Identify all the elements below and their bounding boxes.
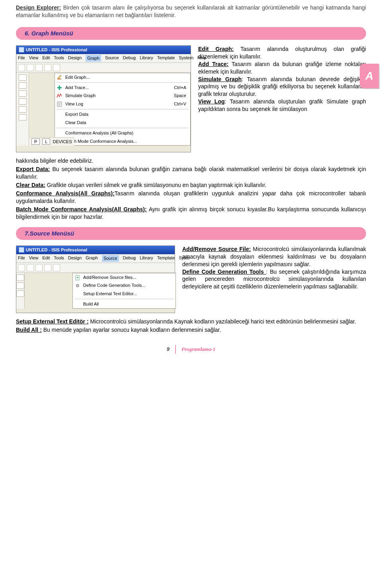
palette-wire-icon[interactable] xyxy=(16,290,24,297)
tb-print-icon[interactable] xyxy=(44,64,51,71)
menu-graph[interactable]: Graph xyxy=(86,55,101,62)
dd-label: Add Trace... xyxy=(65,85,89,91)
dd-label: Clear Data xyxy=(65,120,86,126)
palette-arrow-icon[interactable] xyxy=(16,275,24,281)
dd-label: Edit Graph... xyxy=(65,74,90,80)
side-tab-a: A xyxy=(360,64,379,88)
intro-text: Birden çok tasarım alanı ile çalışılıyor… xyxy=(16,4,366,18)
menu-file[interactable]: File xyxy=(18,55,25,62)
dd-label: Add/Remove Source files... xyxy=(83,275,136,280)
book-name: Programlama-1 xyxy=(181,346,215,353)
section7-title: 7.Source Menüsü xyxy=(16,227,366,240)
tb-area-icon[interactable] xyxy=(53,264,60,271)
dd-batch-conformance[interactable]: Batch Mode Conformance Analysis... xyxy=(55,137,190,146)
dd-clear-data[interactable]: Clear Data xyxy=(55,119,190,127)
dd-conformance[interactable]: Conformance Analysis (All Graphs) xyxy=(55,129,190,137)
dd-sep xyxy=(57,109,189,109)
dd-label: Simulate Graph xyxy=(65,93,96,99)
dd-shortcut: Ctrl+A xyxy=(174,85,186,91)
menu-source[interactable]: Source xyxy=(102,255,119,262)
devices-label: DEVICES xyxy=(53,139,72,145)
menu-debug[interactable]: Debug xyxy=(123,255,136,262)
menu-tools[interactable]: Tools xyxy=(54,255,64,262)
dd-label: Batch Mode Conformance Analysis... xyxy=(65,138,137,144)
palette-arrow-icon[interactable] xyxy=(19,74,27,81)
menu-source[interactable]: Source xyxy=(105,55,119,62)
palette-label-icon[interactable] xyxy=(19,114,27,121)
dd-add-remove-source[interactable]: Add/Remove Source files... xyxy=(73,273,175,282)
menu-design[interactable]: Design xyxy=(68,55,82,62)
palette-component-icon[interactable] xyxy=(16,282,24,289)
menu-system[interactable]: System xyxy=(179,55,193,62)
menu-template[interactable]: Template xyxy=(157,55,175,62)
toolbar xyxy=(16,63,191,73)
dd-simulate-graph[interactable]: Simulate Graph Space xyxy=(55,92,190,100)
devices-panel: P L DEVICES xyxy=(29,137,74,146)
workspace: Edit Graph... Add Trace... Ctrl+A Simula… xyxy=(16,73,191,146)
menu-library[interactable]: Library xyxy=(140,55,153,62)
palette-junction-icon[interactable] xyxy=(19,106,27,113)
menu-template[interactable]: Template xyxy=(157,255,175,262)
section6-a4: Batch Mode Conformance Analysis(All Grap… xyxy=(16,206,366,221)
side-palette xyxy=(16,73,29,146)
svg-point-11 xyxy=(77,285,78,286)
menu-file[interactable]: File xyxy=(18,255,25,262)
dd-build-all[interactable]: Build All xyxy=(73,300,175,308)
menu-debug[interactable]: Debug xyxy=(123,55,136,62)
app-icon xyxy=(19,247,24,253)
section7-body: UNTITLED - ISIS Professional File View E… xyxy=(16,245,366,315)
term-export-data: Export Data: xyxy=(16,166,50,172)
tb-open-icon[interactable] xyxy=(27,264,34,271)
section7-header: 7.Source Menüsü xyxy=(16,227,366,240)
dd-add-trace[interactable]: Add Trace... Ctrl+A xyxy=(55,84,190,92)
dd-label: Setup External Text Editor... xyxy=(83,291,137,297)
section7-a2: Build All : Bu menüde yapılan ayarlar so… xyxy=(16,326,366,334)
section6-a3: Conformance Analysis(All Graphs):Tasarım… xyxy=(16,190,366,205)
svg-rect-9 xyxy=(77,276,78,278)
page-footer: 9 Programlama-1 xyxy=(16,345,366,354)
tb-new-icon[interactable] xyxy=(18,64,25,71)
section7-a1: Setup External Text Editör : Microcontro… xyxy=(16,318,366,325)
term-define-codegen: Define Code Generation Tools xyxy=(182,269,266,275)
menu-view[interactable]: View xyxy=(29,55,39,62)
menu-view[interactable]: View xyxy=(29,255,39,262)
menu-design[interactable]: Design xyxy=(68,255,82,262)
dd-setup-editor[interactable]: Setup External Text Editor... xyxy=(73,290,175,298)
page-number: 9 xyxy=(167,346,170,353)
palette-bus-icon[interactable] xyxy=(19,98,27,105)
dev-p[interactable]: P xyxy=(31,138,40,145)
dd-sep xyxy=(74,299,174,299)
term-edit-graph: Edit Graph: xyxy=(198,46,234,52)
term-batch-conf: Batch Mode Conformance Analysis(All Grap… xyxy=(16,206,147,212)
tb-open-icon[interactable] xyxy=(27,64,34,71)
menu-tools[interactable]: Tools xyxy=(54,55,64,62)
term-view-log: View Log xyxy=(198,98,225,105)
tb-print-icon[interactable] xyxy=(44,264,51,271)
tb-save-icon[interactable] xyxy=(35,264,43,271)
section6-cont: hakkında bilgiler elde edebiliriz. xyxy=(16,157,366,165)
svg-rect-2 xyxy=(57,87,62,88)
term-conformance: Conformance Analysis(All Graphs): xyxy=(16,190,115,197)
dd-view-log[interactable]: View Log Ctrl+V xyxy=(55,100,190,108)
dd-label: Define Code Generation Tools... xyxy=(83,282,145,288)
palette-wire-icon[interactable] xyxy=(19,90,27,97)
dd-define-codegen[interactable]: Define Code Generation Tools... xyxy=(73,281,175,290)
tb-save-icon[interactable] xyxy=(35,64,43,71)
dd-sep xyxy=(57,82,189,83)
dev-l[interactable]: L xyxy=(42,138,50,145)
dd-edit-graph[interactable]: Edit Graph... xyxy=(55,73,190,82)
menu-edit[interactable]: Edit xyxy=(42,255,50,262)
dd-export-data[interactable]: Export Data xyxy=(55,110,190,119)
dd-label: Conformance Analysis (All Graphs) xyxy=(65,130,133,136)
menu-graph[interactable]: Graph xyxy=(86,255,98,262)
menubar: File View Edit Tools Design Graph Source… xyxy=(16,54,191,63)
side-palette xyxy=(16,273,25,309)
tb-area-icon[interactable] xyxy=(53,64,60,71)
term-simulate-graph: Simulate Graph xyxy=(198,76,242,82)
menu-edit[interactable]: Edit xyxy=(42,55,50,62)
palette-component-icon[interactable] xyxy=(19,82,27,89)
dd-shortcut: Space xyxy=(174,93,186,99)
tb-new-icon[interactable] xyxy=(18,264,25,271)
menu-library[interactable]: Library xyxy=(140,255,153,262)
edit-icon xyxy=(57,74,63,81)
